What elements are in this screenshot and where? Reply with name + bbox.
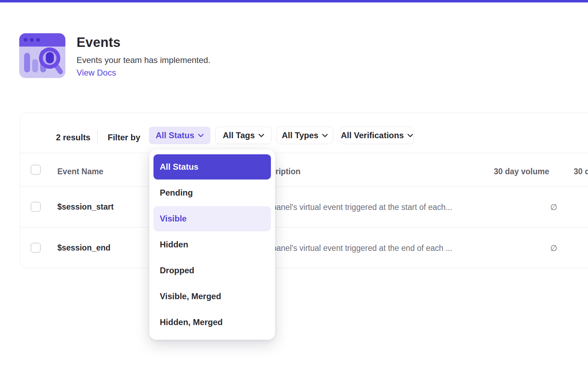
status-filter-button[interactable]: All Status: [149, 127, 210, 144]
status-option-visible[interactable]: Visible: [153, 206, 271, 231]
status-option-dropped[interactable]: Dropped: [153, 258, 271, 283]
row-checkbox[interactable]: [31, 243, 41, 253]
filter-bar-divider: [97, 130, 98, 144]
top-accent-bar: [0, 0, 588, 2]
event-name-cell[interactable]: $session_start: [57, 202, 114, 212]
tags-filter-label: All Tags: [223, 131, 255, 140]
event-name-cell[interactable]: $session_end: [57, 243, 110, 253]
column-header-event-name[interactable]: Event Name: [57, 167, 103, 176]
status-option-all-status[interactable]: All Status: [153, 154, 271, 180]
page-title: Events: [77, 35, 121, 50]
types-filter-button[interactable]: All Types: [277, 127, 333, 144]
verifications-filter-label: All Verifications: [341, 131, 404, 140]
tags-filter-button[interactable]: All Tags: [215, 127, 272, 144]
chevron-down-icon: [258, 134, 264, 138]
select-all-checkbox[interactable]: [31, 165, 41, 175]
status-option-pending[interactable]: Pending: [153, 180, 271, 205]
verifications-filter-button[interactable]: All Verifications: [340, 127, 414, 144]
column-header-description[interactable]: ription: [275, 167, 301, 176]
column-header-30-day-extra[interactable]: 30 d: [574, 167, 588, 176]
status-dropdown-menu: All Status Pending Visible Hidden Droppe…: [149, 149, 275, 340]
event-description-cell: panel's virtual event triggered at the s…: [272, 203, 452, 212]
chevron-down-icon: [322, 134, 328, 138]
view-docs-link[interactable]: View Docs: [77, 68, 116, 78]
results-count: 2 results: [56, 133, 91, 142]
table-divider: [20, 153, 588, 153]
table-divider: [20, 186, 588, 187]
status-option-hidden-merged[interactable]: Hidden, Merged: [153, 310, 271, 335]
chevron-down-icon: [198, 134, 204, 138]
filter-by-label: Filter by: [108, 133, 140, 142]
status-option-hidden[interactable]: Hidden: [153, 232, 271, 257]
types-filter-label: All Types: [282, 131, 318, 140]
page-subtitle: Events your team has implemented.: [77, 55, 210, 65]
status-option-visible-merged[interactable]: Visible, Merged: [153, 284, 271, 309]
event-description-cell: panel's virtual event triggered at the e…: [272, 244, 452, 253]
column-header-30-day-volume[interactable]: 30 day volume: [494, 167, 549, 176]
events-app-icon: [19, 33, 65, 78]
event-volume-cell: ∅: [550, 244, 557, 253]
status-filter-label: All Status: [156, 131, 194, 140]
table-divider: [20, 227, 588, 227]
event-volume-cell: ∅: [550, 203, 557, 212]
row-checkbox[interactable]: [31, 202, 41, 212]
chevron-down-icon: [407, 134, 413, 138]
